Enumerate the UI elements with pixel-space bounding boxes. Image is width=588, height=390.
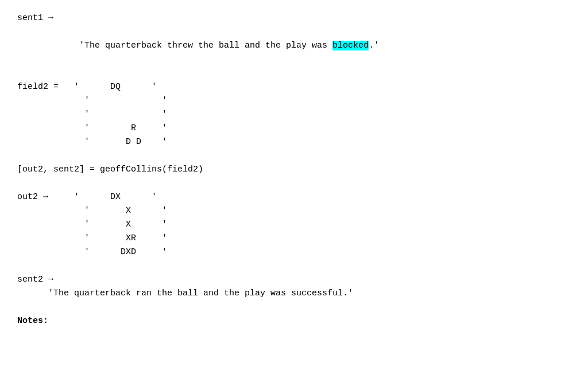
sent2-section: sent2 → 'The quarterback ran the ball an… (17, 273, 571, 301)
sent1-line1: 'The quarterback threw the ball and the … (17, 25, 571, 67)
out2-row2: ' X ' (17, 204, 571, 218)
sent1-highlighted: blocked (332, 41, 369, 50)
function-call-section: [out2, sent2] = geoffCollins(field2) (17, 163, 571, 177)
field2-row5: ' D D ' (17, 135, 571, 149)
code-output: sent1 → 'The quarterback threw the ball … (17, 11, 571, 328)
field2-row2: ' ' (17, 94, 571, 108)
sent2-label: sent2 → (17, 273, 571, 287)
out2-section: out2 → ' DX ' ' X ' ' X ' ' XR ' ' DXD ' (17, 190, 571, 259)
field2-label: field2 = ' DQ ' (17, 80, 571, 94)
out2-label: out2 → ' DX ' (17, 190, 571, 204)
sent1-label: sent1 → (17, 11, 571, 25)
sent2-line: 'The quarterback ran the ball and the pl… (17, 287, 571, 301)
out2-row5: ' DXD ' (17, 245, 571, 259)
field2-row4: ' R ' (17, 122, 571, 135)
field2-section: field2 = ' DQ ' ' ' ' ' ' R ' ' D D ' (17, 80, 571, 149)
sent1-suffix: .' (369, 41, 379, 50)
notes-label: Notes: (17, 314, 571, 328)
field2-row3: ' ' (17, 108, 571, 122)
function-call-line: [out2, sent2] = geoffCollins(field2) (17, 163, 571, 177)
sent1-section: sent1 → 'The quarterback threw the ball … (17, 11, 571, 67)
sent1-prefix: 'The quarterback threw the ball and the … (48, 41, 332, 50)
out2-row3: ' X ' (17, 218, 571, 232)
notes-section: Notes: (17, 314, 571, 328)
out2-row4: ' XR ' (17, 232, 571, 245)
